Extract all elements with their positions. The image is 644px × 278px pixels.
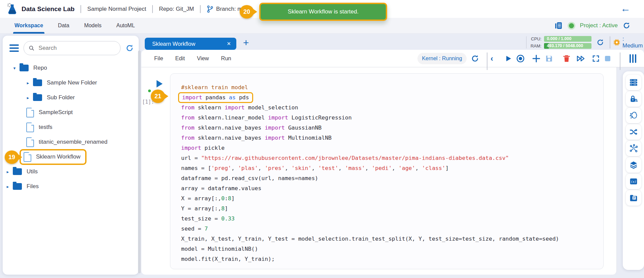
file-icon xyxy=(24,152,31,162)
back-arrow-icon[interactable]: ← xyxy=(620,3,631,14)
editor-toolbar: File Edit View Run Kernel : Running ‹ xyxy=(141,50,644,67)
tree-item-label: titanic_ensemble_renamed xyxy=(39,139,107,145)
network-hub-icon[interactable] xyxy=(626,141,641,156)
tab-models[interactable]: Models xyxy=(84,18,102,34)
tree-item-repo[interactable]: ▾ Repo xyxy=(3,61,139,75)
layout-columns-icon[interactable] xyxy=(630,50,636,67)
folder-icon xyxy=(33,94,42,101)
tab-automl[interactable]: AutoML xyxy=(116,18,135,34)
code-line: url = "https://raw.githubusercontent.com… xyxy=(181,153,603,163)
right-icon-rail: (x) xyxy=(623,71,644,270)
stop-icon[interactable] xyxy=(604,50,611,67)
security-lock-key-icon[interactable] xyxy=(626,91,641,107)
code-line: import pandas as pds xyxy=(181,93,603,103)
chevron-right-icon[interactable]: ▸ xyxy=(5,169,11,174)
instance-size[interactable]: : Medium xyxy=(613,36,644,49)
code-editor[interactable]: #sklearn train modelimport pandas as pds… xyxy=(170,74,603,264)
refresh-tree-icon[interactable] xyxy=(125,44,134,53)
tree-item-testfs[interactable]: testfs xyxy=(3,120,139,135)
collapse-left-icon[interactable]: ‹ xyxy=(490,50,493,67)
function-window-icon[interactable]: (x) xyxy=(626,174,641,189)
menu-hamburger-icon[interactable] xyxy=(9,44,19,52)
save-icon[interactable] xyxy=(545,50,553,67)
code-line: from sklearn.naive_bayes import Gaussian… xyxy=(181,123,603,133)
layers-icon[interactable] xyxy=(626,157,641,173)
tree-item-utils[interactable]: ▸ Utils xyxy=(3,164,139,179)
ram-value: 493.170 / 5048.000 xyxy=(547,43,583,48)
file-tree: ▾ Repo ▸ Sample New Folder ▸ Sub Folder … xyxy=(3,59,139,194)
code-line: model.fit(X_train, Y_train); xyxy=(181,254,603,264)
kernel-status-text: Kernel : Running xyxy=(422,56,462,62)
divider xyxy=(152,5,153,13)
tree-item-sub-folder[interactable]: ▸ Sub Folder xyxy=(3,90,139,105)
code-cell[interactable]: #sklearn train modelimport pandas as pds… xyxy=(170,73,604,269)
code-line: from sklearn import model_selection xyxy=(181,103,603,113)
ml-brain-icon[interactable] xyxy=(626,108,641,123)
notebook-area: ‹ [1]: 21 #sklearn train modelimport pan… xyxy=(141,67,617,275)
project-status-dot xyxy=(568,22,575,30)
delete-cell-trash-icon[interactable] xyxy=(562,50,571,67)
folder-icon xyxy=(13,183,22,190)
tree-item-label: Sklearn Workflow xyxy=(36,153,80,160)
code-line: from sklearn.linear_model import Logisti… xyxy=(181,113,603,123)
kernel-status-pill[interactable]: Kernel : Running xyxy=(417,53,467,64)
menu-run[interactable]: Run xyxy=(221,55,231,62)
chevron-down-icon[interactable]: ▾ xyxy=(11,66,18,71)
code-line: model = MultinomialNB() xyxy=(181,244,603,254)
search-input[interactable] xyxy=(38,44,115,52)
close-tab-icon[interactable]: ✕ xyxy=(227,41,231,47)
search-icon xyxy=(29,45,35,51)
shuffle-icon[interactable] xyxy=(626,124,641,140)
project-folder-icon[interactable] xyxy=(626,190,641,206)
repo-name: Repo: Git_JM xyxy=(159,6,194,12)
annotation-pin-20: 20 xyxy=(240,5,257,19)
tree-item-sklearn-workflow[interactable]: Sklearn Workflow 19 xyxy=(3,149,139,164)
git-branch-icon xyxy=(207,5,213,13)
fullscreen-icon[interactable] xyxy=(592,50,600,67)
editor-tab-sklearn-workflow[interactable]: Sklearn Workflow ✕ xyxy=(145,38,236,50)
chevron-right-icon[interactable]: ▸ xyxy=(25,95,31,100)
file-icon xyxy=(26,108,34,117)
menu-file[interactable]: File xyxy=(154,55,163,62)
chevron-right-icon[interactable]: ▸ xyxy=(5,184,11,189)
tree-item-files[interactable]: ▸ Files xyxy=(3,179,139,194)
refresh-icon[interactable] xyxy=(622,22,631,30)
ram-meter: 493.170 / 5048.000 xyxy=(544,43,591,49)
run-all-fast-forward-icon[interactable] xyxy=(576,50,586,67)
tree-item-sample-new-folder[interactable]: ▸ Sample New Folder xyxy=(3,75,139,90)
tree-item-label: Utils xyxy=(27,168,38,175)
tree-item-label: Sub Folder xyxy=(47,94,75,101)
tree-item-samplescript[interactable]: SampleScript xyxy=(3,105,139,120)
file-explorer-sidebar: ▾ Repo ▸ Sample New Folder ▸ Sub Folder … xyxy=(3,36,139,275)
run-cell-button[interactable] xyxy=(157,80,163,88)
code-line: Y = array[:,8] xyxy=(181,204,603,214)
datasets-server-icon[interactable] xyxy=(626,75,641,90)
logs-pages-icon[interactable] xyxy=(554,22,563,30)
interrupt-kernel-icon[interactable] xyxy=(516,50,525,67)
refresh-resources-icon[interactable] xyxy=(596,38,604,47)
search-box[interactable] xyxy=(24,41,121,55)
tab-data[interactable]: Data xyxy=(58,18,69,34)
divider xyxy=(487,53,487,70)
tree-item-label: Sample New Folder xyxy=(47,79,97,86)
app-title: Data Science Lab xyxy=(22,5,74,13)
cpu-meter: 0.000 / 1.000 xyxy=(544,36,591,42)
tree-item-titanic-ensemble-renamed[interactable]: titanic_ensemble_renamed xyxy=(3,135,139,149)
app-logo-flask-icon xyxy=(6,3,18,15)
menu-edit[interactable]: Edit xyxy=(175,55,185,62)
restart-kernel-icon[interactable] xyxy=(471,50,479,67)
new-tab-plus-icon[interactable]: + xyxy=(243,37,249,48)
code-line: seed = 7 xyxy=(181,224,603,234)
tab-workspace[interactable]: Workspace xyxy=(14,18,43,34)
add-cell-plus-icon[interactable] xyxy=(532,50,541,67)
editor-scrollbar[interactable] xyxy=(138,50,141,273)
code-line: array = dataframe.values xyxy=(181,183,603,194)
menu-view[interactable]: View xyxy=(197,55,209,62)
code-line: X = array[:,0:8] xyxy=(181,194,603,204)
annotation-highlight-box: import pandas as pds xyxy=(178,92,253,103)
run-cell-icon[interactable] xyxy=(504,50,512,67)
chevron-right-icon[interactable]: ▸ xyxy=(25,80,31,85)
ram-label: RAM: xyxy=(529,43,541,48)
file-icon xyxy=(26,123,34,132)
code-line: X_train, X_test, Y_train, Y_test = model… xyxy=(181,234,603,244)
